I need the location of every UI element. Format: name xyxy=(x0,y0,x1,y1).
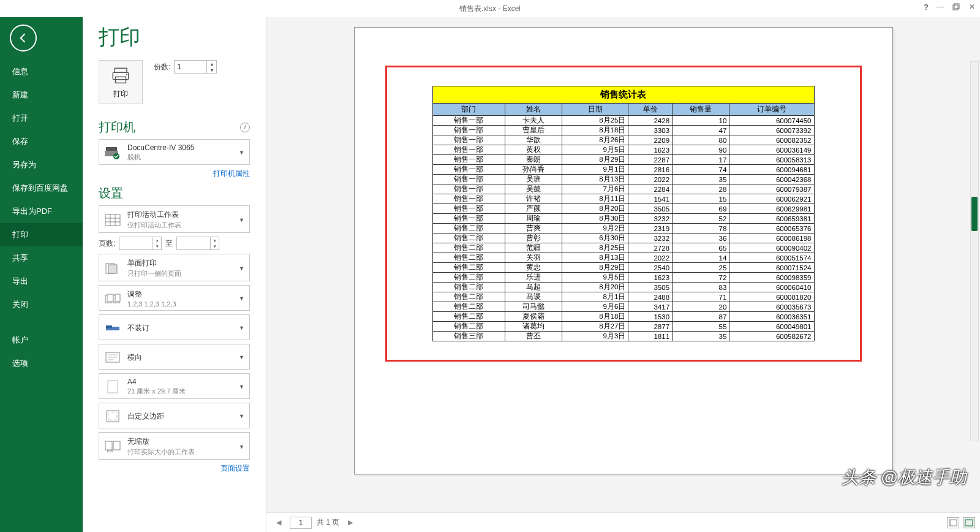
svg-rect-26 xyxy=(108,381,118,393)
paper-size-select[interactable]: A421 厘米 x 29.7 厘米 ▼ xyxy=(99,373,250,399)
show-margins-button[interactable] xyxy=(947,517,959,528)
chevron-down-icon: ▼ xyxy=(239,150,244,156)
page-to-spinner[interactable]: ▲▼ xyxy=(211,237,219,250)
no-scaling-icon: 100 xyxy=(104,439,121,454)
staple-icon xyxy=(104,321,121,335)
page-setup-link[interactable]: 页面设置 xyxy=(99,463,250,474)
chevron-down-icon: ▼ xyxy=(239,444,244,450)
svg-rect-30 xyxy=(113,441,120,450)
pages-label: 页数: xyxy=(99,238,115,249)
svg-rect-29 xyxy=(105,441,112,450)
sidebar-footer-1[interactable]: 选项 xyxy=(0,352,83,375)
svg-rect-9 xyxy=(105,215,120,226)
page-total-label: 共 1 页 xyxy=(317,517,339,528)
sidebar-item-10[interactable]: 关闭 xyxy=(0,293,83,316)
print-what-select[interactable]: 打印活动工作表仅打印活动工作表 ▼ xyxy=(99,205,250,233)
margins-select[interactable]: 自定义边距 ▼ xyxy=(99,403,250,428)
printer-status-icon xyxy=(104,145,121,160)
sheets-icon xyxy=(104,213,121,227)
sidebar-footer-0[interactable]: 帐户 xyxy=(0,329,83,352)
margins-icon xyxy=(104,409,121,424)
restore-icon[interactable] xyxy=(952,2,960,11)
sidebar-item-8[interactable]: 共享 xyxy=(0,246,83,270)
scaling-select[interactable]: 100 无缩放打印实际大小的工作表 ▼ xyxy=(99,432,250,460)
svg-point-5 xyxy=(126,74,127,75)
prev-page-button[interactable]: ◀ xyxy=(273,517,285,529)
window-title: 销售表.xlsx - Excel xyxy=(459,4,521,14)
pages-to-label: 至 xyxy=(165,238,173,249)
copies-label: 份数: xyxy=(154,62,170,72)
settings-section-heading: 设置 xyxy=(99,185,123,202)
print-heading: 打印 xyxy=(99,23,250,51)
svg-rect-21 xyxy=(106,325,112,328)
sidebar-item-5[interactable]: 保存到百度网盘 xyxy=(0,177,83,200)
sidebar-item-1[interactable]: 新建 xyxy=(0,83,83,107)
printer-section-heading: 打印机 xyxy=(99,119,135,135)
minimize-icon[interactable]: — xyxy=(936,2,944,11)
zoom-to-page-button[interactable] xyxy=(963,517,975,528)
sides-select[interactable]: 单面打印只打印一侧的页面 ▼ xyxy=(99,254,250,281)
copies-input[interactable] xyxy=(174,60,207,74)
chevron-down-icon: ▼ xyxy=(239,217,244,223)
svg-text:100: 100 xyxy=(107,449,113,453)
sidebar-item-2[interactable]: 打开 xyxy=(0,107,83,130)
sidebar-item-6[interactable]: 导出为PDF xyxy=(0,200,83,223)
svg-rect-17 xyxy=(107,294,113,302)
page-from-spinner[interactable]: ▲▼ xyxy=(153,237,162,250)
svg-rect-2 xyxy=(115,68,127,72)
chevron-down-icon: ▼ xyxy=(239,265,244,272)
page-icon xyxy=(104,379,121,394)
printer-select[interactable]: DocuCentre-IV 3065 脱机 ▼ xyxy=(99,139,250,165)
print-preview: 销售统计表部门姓名日期单价销售量订单编号销售一部卡夫人8月25日24281060… xyxy=(266,17,980,512)
sidebar-item-4[interactable]: 另存为 xyxy=(0,153,83,177)
orientation-select[interactable]: 横向 ▼ xyxy=(99,344,250,370)
chevron-down-icon: ▼ xyxy=(239,413,244,419)
staple-select[interactable]: 不装订 ▼ xyxy=(99,314,250,340)
chevron-down-icon: ▼ xyxy=(239,384,244,390)
sidebar-item-9[interactable]: 导出 xyxy=(0,270,83,293)
chevron-down-icon: ▼ xyxy=(239,325,244,331)
svg-rect-6 xyxy=(106,147,117,151)
page-from-input[interactable] xyxy=(119,237,153,250)
vertical-scrollbar[interactable] xyxy=(970,61,979,441)
print-area-border: 销售统计表部门姓名日期单价销售量订单编号销售一部卡夫人8月25日24281060… xyxy=(385,66,862,362)
close-icon[interactable]: ✕ xyxy=(968,2,976,11)
info-icon[interactable]: i xyxy=(240,123,250,132)
svg-rect-19 xyxy=(115,294,120,302)
printer-properties-link[interactable]: 打印机属性 xyxy=(99,169,250,179)
svg-rect-34 xyxy=(965,520,973,526)
current-page-input[interactable] xyxy=(290,517,312,529)
copies-spinner[interactable]: ▲▼ xyxy=(207,60,217,74)
backstage-sidebar: 信息新建打开保存另存为保存到百度网盘导出为PDF打印共享导出关闭 帐户选项 xyxy=(0,17,83,532)
back-button[interactable] xyxy=(10,25,37,51)
sidebar-item-7[interactable]: 打印 xyxy=(0,223,83,246)
printer-icon xyxy=(110,66,131,86)
svg-rect-15 xyxy=(108,265,117,273)
chevron-down-icon: ▼ xyxy=(239,295,244,302)
help-icon[interactable]: ? xyxy=(924,2,929,12)
svg-rect-0 xyxy=(953,5,958,10)
next-page-button[interactable]: ▶ xyxy=(344,517,356,529)
collate-select[interactable]: 调整1,2,3 1,2,3 1,2,3 ▼ xyxy=(99,285,250,311)
single-side-icon xyxy=(104,261,121,276)
data-table: 销售统计表部门姓名日期单价销售量订单编号销售一部卡夫人8月25日24281060… xyxy=(432,86,815,341)
collate-icon xyxy=(104,291,121,306)
print-button[interactable]: 打印 xyxy=(99,60,143,104)
svg-rect-1 xyxy=(954,4,959,9)
chevron-down-icon: ▼ xyxy=(239,354,244,360)
page-to-input[interactable] xyxy=(176,237,211,250)
print-settings-pane: 打印 打印 份数: ▲▼ 打印机 i DocuCentre-IV xyxy=(83,17,266,532)
preview-page: 销售统计表部门姓名日期单价销售量订单编号销售一部卡夫人8月25日24281060… xyxy=(354,27,893,474)
landscape-icon xyxy=(104,350,121,365)
sidebar-item-3[interactable]: 保存 xyxy=(0,130,83,153)
sidebar-item-0[interactable]: 信息 xyxy=(0,60,83,83)
